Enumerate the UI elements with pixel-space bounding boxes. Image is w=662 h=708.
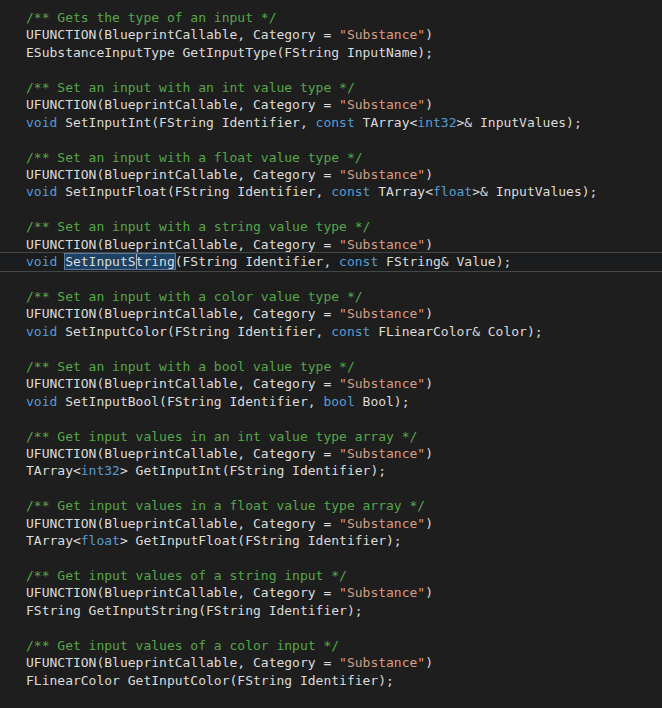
code-token: SetInputColor(FString Identifier,: [65, 324, 331, 339]
code-token: "Substance": [339, 585, 425, 600]
code-token: /** Get input values in a float value ty…: [26, 498, 425, 513]
code-token: UFUNCTION(BlueprintCallable, Category =: [26, 516, 339, 531]
code-token: void: [26, 184, 65, 199]
code-token: > GetInputFloat(FString Identifier);: [120, 533, 402, 548]
code-token: /** Get input values of a string input *…: [26, 568, 347, 583]
code-token: TArray<: [363, 115, 418, 130]
code-token: "Substance": [339, 655, 425, 670]
code-line[interactable]: UFUNCTION(BlueprintCallable, Category = …: [26, 515, 662, 532]
code-line[interactable]: UFUNCTION(BlueprintCallable, Category = …: [26, 236, 662, 253]
code-line[interactable]: FLinearColor GetInputColor(FString Ident…: [26, 672, 662, 689]
code-line[interactable]: UFUNCTION(BlueprintCallable, Category = …: [26, 26, 662, 43]
code-token: "Substance": [339, 97, 425, 112]
code-token: > GetInputInt(FString Identifier);: [120, 463, 386, 478]
code-line[interactable]: void SetInputInt(FString Identifier, con…: [26, 114, 662, 131]
code-line-current[interactable]: void SetInputString(FString Identifier, …: [0, 252, 662, 271]
code-token: /** Set an input with a float value type…: [26, 150, 363, 165]
code-token: const: [339, 254, 386, 269]
code-token: "Substance": [339, 376, 425, 391]
code-token: ): [425, 585, 433, 600]
code-line[interactable]: [26, 480, 662, 497]
code-token: const: [331, 184, 378, 199]
code-token: /** Get input values in an int value typ…: [26, 429, 417, 444]
code-line[interactable]: [26, 619, 662, 636]
code-line[interactable]: UFUNCTION(BlueprintCallable, Category = …: [26, 375, 662, 392]
code-line[interactable]: [26, 61, 662, 78]
code-line[interactable]: UFUNCTION(BlueprintCallable, Category = …: [26, 445, 662, 462]
code-token: ): [425, 237, 433, 252]
code-line[interactable]: /** Set an input with a bool value type …: [26, 358, 662, 375]
code-token: UFUNCTION(BlueprintCallable, Category =: [26, 446, 339, 461]
code-line[interactable]: [26, 271, 662, 288]
code-token: ): [425, 446, 433, 461]
code-token: float: [433, 184, 472, 199]
code-token: /** Set an input with a color value type…: [26, 289, 363, 304]
code-token: TArray<: [26, 463, 81, 478]
code-token: (FString Identifier,: [175, 254, 339, 269]
code-token: UFUNCTION(BlueprintCallable, Category =: [26, 376, 339, 391]
code-token: /** Gets the type of an input */: [26, 10, 276, 25]
code-token: "Substance": [339, 167, 425, 182]
code-line[interactable]: /** Set an input with a float value type…: [26, 149, 662, 166]
code-token: ): [425, 516, 433, 531]
code-line[interactable]: /** Set an input with an int value type …: [26, 79, 662, 96]
code-token: int32: [417, 115, 456, 130]
code-line[interactable]: /** Gets the type of an input */: [26, 9, 662, 26]
code-token: UFUNCTION(BlueprintCallable, Category =: [26, 585, 339, 600]
code-token: ): [425, 306, 433, 321]
code-token: >& InputValues);: [457, 115, 582, 130]
code-line[interactable]: [26, 201, 662, 218]
code-token: UFUNCTION(BlueprintCallable, Category =: [26, 306, 339, 321]
code-token: ): [425, 655, 433, 670]
code-token: void: [26, 115, 65, 130]
code-token: UFUNCTION(BlueprintCallable, Category =: [26, 655, 339, 670]
code-token: "Substance": [339, 27, 425, 42]
code-token: ): [425, 97, 433, 112]
code-token: int32: [81, 463, 120, 478]
code-line[interactable]: void SetInputBool(FString Identifier, bo…: [26, 393, 662, 410]
code-line[interactable]: [26, 131, 662, 148]
code-token: "Substance": [339, 237, 425, 252]
code-token: /** Set an input with an int value type …: [26, 80, 355, 95]
code-line[interactable]: TArray<int32> GetInputInt(FString Identi…: [26, 462, 662, 479]
code-token: >& InputValues);: [472, 184, 597, 199]
code-token: FString& Value);: [386, 254, 511, 269]
code-line[interactable]: FString GetInputString(FString Identifie…: [26, 602, 662, 619]
code-line[interactable]: ESubstanceInputType GetInputType(FString…: [26, 44, 662, 61]
code-token: SetInputFloat(FString Identifier,: [65, 184, 331, 199]
code-line[interactable]: UFUNCTION(BlueprintCallable, Category = …: [26, 654, 662, 671]
code-token: UFUNCTION(BlueprintCallable, Category =: [26, 167, 339, 182]
code-line[interactable]: UFUNCTION(BlueprintCallable, Category = …: [26, 305, 662, 322]
code-line[interactable]: /** Get input values in an int value typ…: [26, 428, 662, 445]
code-token: "Substance": [339, 306, 425, 321]
code-token: ): [425, 27, 433, 42]
selected-symbol: SetInputString: [65, 254, 175, 269]
code-token: UFUNCTION(BlueprintCallable, Category =: [26, 97, 339, 112]
code-editor[interactable]: /** Gets the type of an input */UFUNCTIO…: [0, 0, 662, 708]
code-line[interactable]: /** Set an input with a string value typ…: [26, 218, 662, 235]
code-token: ESubstanceInputType GetInputType(FString…: [26, 45, 433, 60]
code-token: ): [425, 167, 433, 182]
code-token: /** Set an input with a bool value type …: [26, 359, 355, 374]
code-line[interactable]: UFUNCTION(BlueprintCallable, Category = …: [26, 584, 662, 601]
code-line[interactable]: TArray<float> GetInputFloat(FString Iden…: [26, 532, 662, 549]
code-token: FLinearColor GetInputColor(FString Ident…: [26, 673, 394, 688]
code-line[interactable]: void SetInputColor(FString Identifier, c…: [26, 323, 662, 340]
code-line[interactable]: /** Get input values in a float value ty…: [26, 497, 662, 514]
code-line[interactable]: [26, 410, 662, 427]
code-token: TArray<: [378, 184, 433, 199]
code-token: SetInputBool(FString Identifier,: [65, 394, 323, 409]
code-line[interactable]: /** Get input values of a string input *…: [26, 567, 662, 584]
code-token: const: [316, 115, 363, 130]
code-line[interactable]: UFUNCTION(BlueprintCallable, Category = …: [26, 166, 662, 183]
code-line[interactable]: void SetInputFloat(FString Identifier, c…: [26, 183, 662, 200]
code-line[interactable]: /** Get input values of a color input */: [26, 637, 662, 654]
code-token: FLinearColor& Color);: [378, 324, 542, 339]
code-line[interactable]: /** Set an input with a color value type…: [26, 288, 662, 305]
code-line[interactable]: UFUNCTION(BlueprintCallable, Category = …: [26, 96, 662, 113]
code-token: /** Set an input with a string value typ…: [26, 219, 370, 234]
code-token: "Substance": [339, 446, 425, 461]
code-line[interactable]: [26, 340, 662, 357]
code-line[interactable]: [26, 550, 662, 567]
code-token: float: [81, 533, 120, 548]
